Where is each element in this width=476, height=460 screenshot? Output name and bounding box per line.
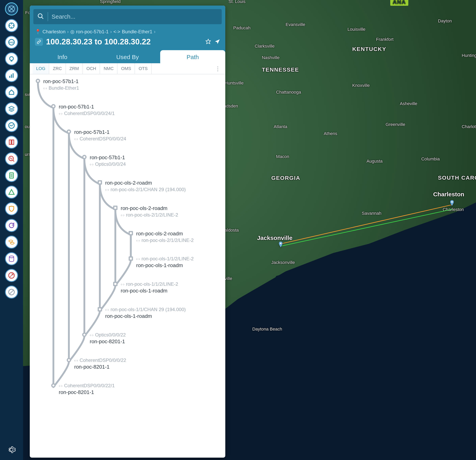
rail-db-icon[interactable] <box>5 252 18 265</box>
breadcrumb-node[interactable]: ron-poc-57b1-1 <box>76 29 109 34</box>
left-nav-rail: SHQL <box>0 0 23 460</box>
rail-home-icon[interactable] <box>5 86 18 99</box>
rail-coins-icon[interactable] <box>5 236 18 249</box>
locate-icon[interactable] <box>215 39 220 45</box>
subtab-zrc[interactable]: ZRC <box>49 63 66 74</box>
hop-sub-text: ron-poc-ols-1/1/2/LINE-2 <box>126 281 178 287</box>
path-hop[interactable]: ‹·›ron-poc-ols-1/1/2/LINE-2ron-poc-ols-1… <box>36 256 221 270</box>
hop-name: ron-poc-ols-2-roadm <box>121 205 178 211</box>
rail-layers-icon[interactable] <box>5 102 18 115</box>
hop-sub-text: CoherentDSP0/0/0/24/1 <box>64 111 115 116</box>
link-small-icon: ‹·› <box>105 187 109 192</box>
hop-name: ron-poc-57b1-1 <box>43 78 79 84</box>
rail-target-icon[interactable] <box>5 19 18 32</box>
path-hop[interactable]: ron-poc-57b1-1‹·›Optics0/0/0/24 <box>36 155 221 168</box>
main-tabs: Info Used By Path <box>30 50 225 63</box>
breadcrumb-interface[interactable]: Bundle-Ether1 <box>122 29 152 34</box>
path-hop[interactable]: ron-poc-ols-2-roadm‹·›ron-poc-ols-2/1/CH… <box>36 180 221 194</box>
svg-point-28 <box>38 14 42 18</box>
subtab-nmc[interactable]: NMC <box>100 63 118 74</box>
tab-path[interactable]: Path <box>160 50 225 63</box>
hop-name: ron-poc-ols-2-roadm <box>105 180 186 186</box>
path-hop-list: ron-poc-57b1-1‹·›Bundle-Ether1ron-poc-57… <box>30 74 225 458</box>
link-small-icon: ‹·› <box>74 137 78 141</box>
tab-usedby[interactable]: Used By <box>95 50 160 63</box>
path-hop[interactable]: ron-poc-ols-2-roadm‹·›ron-poc-ols-2/1/2/… <box>36 205 221 219</box>
search-divider <box>48 12 48 21</box>
chevron-right-icon: › <box>154 29 155 34</box>
rail-trend-icon[interactable] <box>5 119 18 132</box>
rail-arrow-cross-icon[interactable] <box>5 269 18 282</box>
hop-text: ron-poc-57b1-1‹·›Bundle-Ether1 <box>43 78 79 91</box>
search-input[interactable] <box>52 13 218 20</box>
path-hop[interactable]: ‹·›Optics0/0/0/22ron-poc-8201-1 <box>36 332 221 346</box>
search-box[interactable] <box>33 9 222 24</box>
rail-shield-icon[interactable] <box>5 202 18 215</box>
hop-sub-text: CoherentDSP0/0/0/22/1 <box>64 383 115 388</box>
link-small-icon: ‹·› <box>90 333 94 337</box>
hop-name: ron-poc-ols-1-roadm <box>136 262 194 269</box>
breadcrumb: 📍 Charleston › ◎ ron-poc-57b1-1 › <·> Bu… <box>30 24 225 36</box>
panel-header: 📍 Charleston › ◎ ron-poc-57b1-1 › <·> Bu… <box>30 6 225 63</box>
rail-bulb-icon[interactable] <box>5 52 18 66</box>
hop-text: ron-poc-ols-2-roadm‹·›ron-poc-ols-2/1/CH… <box>105 180 186 192</box>
subtab-oms[interactable]: OMS <box>118 63 135 74</box>
more-menu-icon[interactable]: ⋮ <box>213 66 222 72</box>
path-hop[interactable]: ‹·›ron-poc-ols-1/1/2/LINE-2ron-poc-ols-1… <box>36 281 221 295</box>
page-title: 100.28.30.23 to 100.28.30.22 <box>46 37 202 46</box>
subtab-ots[interactable]: OTS <box>135 63 152 74</box>
link-small-icon: ‹·› <box>121 282 124 287</box>
hop-name: ron-poc-ols-2-roadm <box>136 230 194 237</box>
settings-gear-icon[interactable] <box>7 445 16 456</box>
rail-pulse-icon[interactable] <box>5 152 18 165</box>
link-small-icon: ‹·› <box>136 238 140 243</box>
subtab-och[interactable]: OCH <box>83 63 100 74</box>
title-row: 100.28.30.23 to 100.28.30.22 <box>30 36 225 50</box>
hop-name: ron-poc-8201-1 <box>74 364 126 370</box>
chevron-right-icon: › <box>110 29 112 34</box>
detail-panel: 📍 Charleston › ◎ ron-poc-57b1-1 › <·> Bu… <box>30 6 225 458</box>
path-hop[interactable]: ‹·›ron-poc-ols-1/1/CHAN 29 (194.000)ron-… <box>36 307 221 320</box>
link-small-icon: ‹·› <box>59 384 62 388</box>
rail-bars-icon[interactable] <box>5 69 18 82</box>
hop-sub: ‹·›Optics0/0/0/22 <box>90 332 126 338</box>
map-pin-charleston[interactable] <box>450 200 454 206</box>
hop-name: ron-poc-ols-1-roadm <box>121 288 178 294</box>
rail-triangle-icon[interactable] <box>5 186 18 199</box>
svg-point-2 <box>451 201 453 203</box>
link-small-icon: ‹·› <box>59 111 62 116</box>
hop-marker-circle-icon <box>82 155 86 159</box>
rail-doc-icon[interactable] <box>5 169 18 182</box>
search-icon <box>37 13 44 20</box>
subtab-zrm[interactable]: ZRM <box>66 63 83 74</box>
map-pin-jacksonville[interactable] <box>279 241 283 247</box>
hop-sub-text: ron-poc-ols-2/1/2/LINE-2 <box>126 212 178 218</box>
hop-sub-text: CoherentDSP0/0/0/22 <box>80 357 126 363</box>
hop-sub: ‹·›ron-poc-ols-2/1/2/LINE-2 <box>121 212 178 218</box>
hop-name: ron-poc-8201-1 <box>90 338 126 345</box>
breadcrumb-location[interactable]: Charleston <box>42 29 66 34</box>
rail-refresh-icon[interactable] <box>5 219 18 232</box>
rail-nocircle-icon[interactable] <box>5 286 18 299</box>
path-hop[interactable]: ‹·›CoherentDSP0/0/0/22/1ron-poc-8201-1 <box>36 383 221 397</box>
path-hop[interactable]: ron-poc-ols-2-roadm‹·›ron-poc-ols-2/1/2/… <box>36 230 221 245</box>
svg-rect-14 <box>13 73 14 78</box>
path-hop[interactable]: ron-poc-57b1-1‹·›CoherentDSP0/0/0/24/1 <box>36 104 221 118</box>
path-hop[interactable]: ‹·›CoherentDSP0/0/0/22ron-poc-8201-1 <box>36 357 221 371</box>
svg-rect-13 <box>11 74 12 78</box>
hop-name: ron-poc-ols-1-roadm <box>105 313 186 319</box>
location-pin-icon: 📍 <box>35 29 41 34</box>
path-hop[interactable]: ron-poc-57b1-1‹·›CoherentDSP0/0/0/24 <box>36 129 221 143</box>
rail-book-icon[interactable] <box>5 136 18 149</box>
hop-sub-text: Optics0/0/0/24 <box>95 161 126 167</box>
svg-point-22 <box>9 240 13 242</box>
tab-info[interactable]: Info <box>30 50 95 63</box>
rail-shql-icon[interactable]: SHQL <box>5 36 18 49</box>
subtab-log[interactable]: LOG <box>33 63 49 74</box>
rail-app-logo-icon[interactable] <box>5 2 18 16</box>
link-small-icon: ‹·› <box>74 358 78 363</box>
hop-name: ron-poc-57b1-1 <box>74 129 126 135</box>
path-hop[interactable]: ron-poc-57b1-1‹·›Bundle-Ether1 <box>36 78 221 92</box>
star-icon[interactable] <box>205 39 211 45</box>
hop-text: ron-poc-ols-2-roadm‹·›ron-poc-ols-2/1/2/… <box>121 205 178 218</box>
